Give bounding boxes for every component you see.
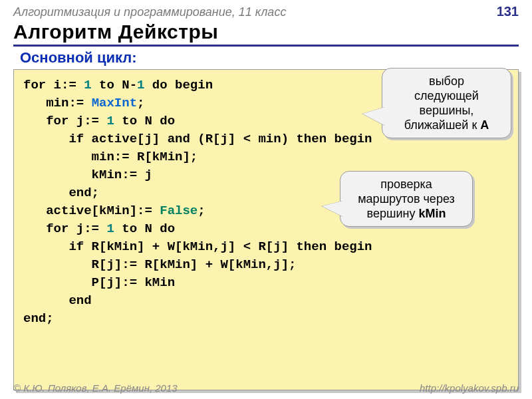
slide-title: Алгоритм Дейкстры — [13, 21, 519, 47]
callout-pointer-icon — [362, 107, 385, 126]
callout-route-check: проверка маршрутов через вершину kMin — [340, 171, 473, 227]
footer: © К.Ю. Поляков, Е.А. Ерёмин, 2013 http:/… — [13, 382, 519, 394]
section-heading: Основной цикл: — [20, 49, 519, 66]
callout-pointer-icon — [322, 201, 343, 217]
page-number: 131 — [497, 4, 519, 19]
source-url: http://kpolyakov.spb.ru — [420, 382, 519, 394]
authors: © К.Ю. Поляков, Е.А. Ерёмин, 2013 — [13, 382, 178, 394]
code-block: for i:= 1 to N-1 do begin min:= MaxInt; … — [13, 69, 519, 390]
course-title: Алгоритмизация и программирование, 11 кл… — [13, 5, 286, 19]
header-bar: Алгоритмизация и программирование, 11 кл… — [0, 0, 532, 21]
callout-vertex-choice: выбор следующей вершины, ближайшей к A — [382, 68, 511, 138]
